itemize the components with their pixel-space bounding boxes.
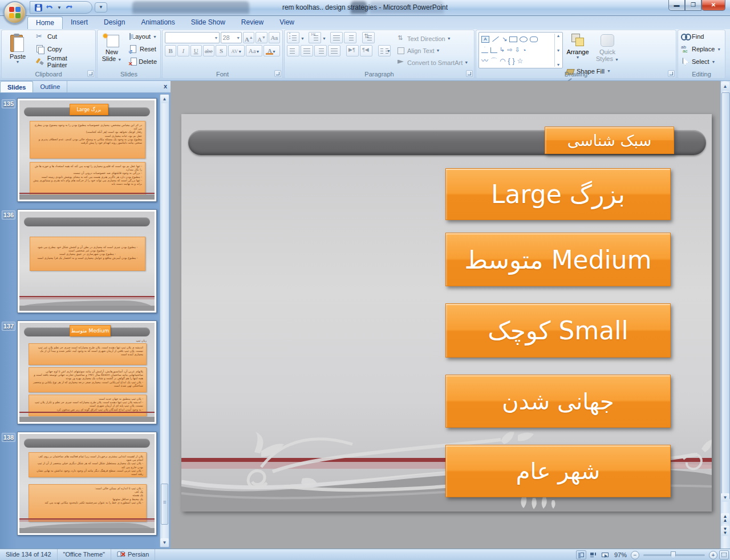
text-direction-button[interactable]: Text Direction▼	[396, 33, 474, 44]
slide-thumbnail-136[interactable]: 136 - مطبوع بودن چیزی است که معماری در ب…	[17, 209, 171, 313]
elbow-connector-icon[interactable]	[490, 47, 497, 53]
ltr-direction-button[interactable]: ▶¶	[346, 45, 359, 56]
shapes-scroll-down-icon[interactable]: ▼	[557, 48, 561, 52]
slides-panel-scrollbar[interactable]: ▲ ▼	[160, 94, 169, 547]
shapes-gallery-scrollbar[interactable]: ▲ ▼ ▼	[554, 34, 562, 67]
select-button[interactable]: Select▼	[678, 55, 725, 68]
rectangle-shape-icon[interactable]	[509, 36, 517, 42]
slide-thumbnail-135[interactable]: 135 بزرگ Large در اثر این مقیاس مشخص، مع…	[17, 98, 171, 202]
slide-thumbnail-138[interactable]: 138 پلان از اهمیت ابتدایی بیشتری برخوردا…	[17, 432, 171, 535]
new-slide-button[interactable]: ✹ New Slide ▼	[98, 31, 125, 72]
right-brace-shape-icon[interactable]: }	[513, 58, 515, 64]
numbering-button[interactable]	[309, 32, 321, 43]
format-painter-button[interactable]: Format Painter	[34, 55, 91, 68]
bold-button[interactable]: B	[165, 45, 176, 56]
theme-name[interactable]: "Office Theme"	[58, 549, 111, 560]
editor-scroll-thumb[interactable]	[721, 92, 730, 500]
panel-scroll-down-icon[interactable]: ▼	[160, 538, 169, 547]
minimize-button[interactable]: ▬	[668, 0, 685, 11]
zoom-in-button[interactable]: +	[709, 551, 717, 559]
shapes-gallery[interactable]: A ↘ ↳ ⇨ ⇩ ◔ 〰 ⌒ ◠ { } ☆	[478, 32, 563, 68]
shapes-scroll-up-icon[interactable]: ▲	[557, 34, 561, 38]
panel-tab-outline[interactable]: Outline	[33, 81, 67, 92]
slide-sorter-view-button[interactable]	[588, 550, 598, 559]
increase-indent-button[interactable]	[344, 32, 356, 43]
reset-button[interactable]: Reset	[126, 43, 159, 55]
triangle-shape-icon[interactable]	[481, 47, 488, 53]
decrease-indent-button[interactable]	[330, 32, 343, 43]
layout-button[interactable]: Layout▼	[126, 30, 159, 43]
slide-canvas[interactable]: سبک شناسی بزرگ Large Medium متوسط Small …	[181, 114, 712, 512]
previous-slide-button[interactable]: ▲▲	[721, 513, 729, 524]
fit-to-window-button[interactable]	[719, 550, 729, 559]
office-button[interactable]	[3, 1, 26, 24]
numbering-dropdown[interactable]: ▼	[322, 32, 329, 43]
font-name-combo[interactable]: ▼	[165, 32, 220, 43]
paragraph-dialog-launcher[interactable]	[466, 70, 473, 77]
align-left-button[interactable]	[287, 45, 299, 56]
align-right-button[interactable]	[314, 45, 327, 56]
tab-review[interactable]: Review	[233, 17, 271, 29]
next-slide-button[interactable]: ▼▼	[721, 526, 729, 536]
textbox-shape-icon[interactable]: A	[481, 36, 489, 43]
bullets-dropdown[interactable]: ▼	[301, 32, 307, 43]
editor-scroll-down-icon[interactable]: ▼	[721, 493, 729, 502]
font-color-button[interactable]: A▼	[263, 45, 280, 56]
spelling-language[interactable]: Persian	[111, 549, 155, 560]
line-shape-icon[interactable]	[492, 36, 499, 42]
bullets-button[interactable]	[287, 32, 299, 43]
columns-button[interactable]: ▼	[378, 45, 391, 56]
shapes-more-icon[interactable]: ▼	[557, 63, 561, 67]
tab-design[interactable]: Design	[96, 17, 133, 29]
cut-button[interactable]: ✂ Cut	[34, 30, 91, 43]
zoom-slider-track[interactable]	[643, 554, 705, 556]
slide-thumbnail-137[interactable]: 137 Medium متوسط زبان تیپ اندیشه ی پلان …	[17, 320, 171, 424]
slide-title-button[interactable]: سبک شناسی	[545, 127, 674, 154]
scribble-shape-icon[interactable]: 〰	[481, 58, 488, 64]
editor-scrollbar[interactable]: ▲ ▼ ▲▲ ▼▼	[720, 81, 730, 549]
down-arrow-shape-icon[interactable]: ⇩	[514, 46, 520, 54]
align-center-button[interactable]	[301, 45, 313, 56]
panel-scroll-thumb[interactable]	[161, 484, 168, 525]
zoom-slider-thumb[interactable]	[671, 551, 676, 558]
font-dialog-launcher[interactable]	[274, 70, 281, 77]
normal-view-button[interactable]	[576, 550, 586, 559]
convert-to-smartart-button[interactable]: Convert to SmartArt▼	[396, 56, 474, 68]
shrink-font-button[interactable]: A▼	[256, 32, 267, 43]
panel-tab-slides[interactable]: Slides	[0, 81, 33, 92]
quick-styles-button[interactable]: Quick Styles ▼	[593, 33, 622, 62]
elbow-arrow-connector-icon[interactable]: ↳	[500, 46, 505, 54]
tab-insert[interactable]: Insert	[63, 17, 96, 29]
underline-button[interactable]: U	[190, 45, 202, 56]
left-brace-shape-icon[interactable]: {	[508, 58, 510, 64]
right-arrow-shape-icon[interactable]: ⇨	[507, 46, 512, 54]
rtl-direction-button[interactable]: ¶◀	[360, 45, 372, 56]
tab-home[interactable]: Home	[27, 17, 63, 29]
text-shadow-button[interactable]: S	[216, 45, 227, 56]
tab-slide-show[interactable]: Slide Show	[183, 17, 233, 29]
slide-button-medium[interactable]: Medium متوسط	[445, 233, 671, 286]
panel-scroll-up-icon[interactable]: ▲	[160, 95, 169, 103]
strikethrough-button[interactable]: abe	[203, 45, 214, 56]
clear-formatting-button[interactable]: A̶a	[269, 32, 280, 43]
tab-animations[interactable]: Animations	[133, 17, 182, 29]
font-size-combo[interactable]: 28▼	[221, 32, 242, 43]
zoom-out-button[interactable]: −	[631, 551, 639, 559]
slide-button-globalization[interactable]: جهانی شدن	[445, 375, 671, 428]
paste-dropdown-arrow[interactable]: ▼	[2, 60, 33, 64]
arrange-button[interactable]: Arrange ▼	[563, 33, 593, 59]
zoom-percentage[interactable]: 97%	[614, 551, 627, 558]
change-case-button[interactable]: Aa▼	[246, 45, 262, 56]
panel-close-button[interactable]: x	[164, 83, 167, 90]
slide-button-generic-city[interactable]: شهر عام	[445, 445, 671, 497]
delete-button[interactable]: Delete	[126, 55, 159, 68]
clipboard-dialog-launcher[interactable]	[87, 70, 94, 77]
replace-button[interactable]: Replace▼	[678, 43, 725, 55]
line-spacing-button[interactable]	[362, 32, 375, 43]
tab-view[interactable]: View	[271, 17, 302, 29]
character-spacing-button[interactable]: AV▼	[228, 45, 245, 56]
justify-button[interactable]	[328, 45, 340, 56]
slide-show-view-button[interactable]	[600, 550, 610, 559]
arc-shape-icon[interactable]: ◠	[500, 58, 505, 64]
arrow-shape-icon[interactable]: ↘	[502, 35, 507, 43]
